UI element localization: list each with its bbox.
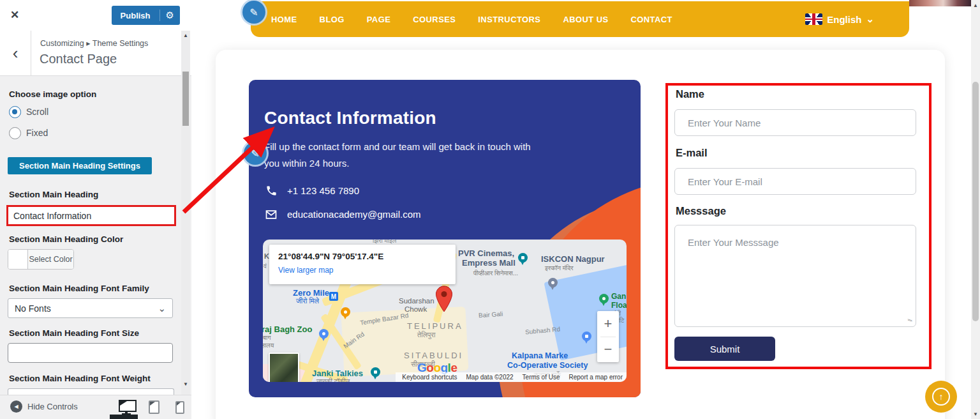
destination-pin-icon[interactable] [435, 286, 453, 312]
contact-phone: +1 123 456 7890 [287, 185, 359, 196]
metro-station-icon[interactable]: M [329, 292, 338, 301]
customizer-topbar: ✕ Publish ⚙ [0, 0, 191, 31]
map-label-partial: झिरी माइल [373, 240, 396, 245]
font-family-value: No Fonts [15, 303, 51, 314]
customizer-sidebar: ✕ Publish ⚙ ‹ Customizing ▸ Theme Settin… [0, 0, 191, 419]
nav-item-page[interactable]: PAGE [367, 15, 390, 24]
radio-fixed-label[interactable]: Fixed [26, 128, 48, 138]
chevron-down-icon: ⌄ [866, 13, 874, 25]
font-family-select[interactable]: No Fonts ⌄ [8, 298, 173, 318]
mobile-preview-icon[interactable] [175, 401, 184, 414]
zoom-out-button[interactable]: − [597, 337, 619, 363]
collapse-button[interactable]: ◀ [10, 400, 22, 413]
site-navbar: HOME BLOG PAGE COURSES INSTRUCTORS ABOUT… [251, 1, 909, 37]
nav-item-courses[interactable]: COURSES [413, 15, 456, 24]
map-label-partial: वं [264, 263, 267, 270]
gear-icon[interactable]: ⚙ [160, 10, 180, 21]
collapse-icon: ◀ [14, 404, 18, 409]
report-error-link[interactable]: Report a map error [569, 374, 623, 381]
park-marker-icon[interactable] [599, 294, 609, 303]
back-icon: ‹ [13, 43, 19, 63]
sidebar-scroll-up-icon[interactable]: ▲ [183, 33, 188, 38]
google-map[interactable]: K वं झिरी माइल 21°08'44.9"N 79°05'17.4"E… [263, 240, 627, 382]
photo-fragment [909, 0, 971, 6]
radio-scroll-label[interactable]: Scroll [26, 107, 48, 117]
scroll-to-top-button[interactable]: ↑ [925, 381, 957, 413]
map-label-telipura-hindi: तेलिपुरा [417, 331, 435, 339]
cinema-marker-icon[interactable] [518, 253, 528, 263]
submit-button[interactable]: Submit [674, 337, 775, 361]
font-size-input[interactable] [8, 343, 173, 363]
satellite-view-toggle[interactable] [269, 353, 299, 382]
heading-color-label: Section Main Heading Color [9, 234, 123, 244]
sidebar-footer: ◀ Hide Controls [0, 395, 191, 419]
publish-button[interactable]: Publish ⚙ [112, 6, 180, 25]
edit-nav-pencil-icon[interactable]: ✎ [242, 1, 265, 24]
map-info-card: 21°08'44.9"N 79°05'17.4"E View larger ma… [269, 245, 456, 284]
language-label: English [827, 14, 861, 25]
resize-handle-icon[interactable]: ⫽ [906, 319, 913, 321]
name-label: Name [676, 88, 704, 100]
email-input[interactable] [674, 168, 916, 195]
color-control: Select Color [8, 249, 74, 270]
keyboard-shortcuts-link[interactable]: Keyboard shortcuts [402, 374, 457, 381]
close-icon[interactable]: ✕ [10, 8, 19, 22]
page-scrollbar-thumb[interactable] [972, 82, 979, 321]
temple-marker-icon[interactable] [548, 278, 558, 287]
shop-marker-icon[interactable] [319, 329, 329, 339]
page-scroll-up-icon[interactable]: ▲ [973, 3, 978, 8]
terms-link[interactable]: Terms of Use [523, 374, 560, 381]
breadcrumb: Customizing ▸ Theme Settings [40, 38, 148, 48]
uk-flag-icon [805, 13, 822, 25]
map-label-zoo: raj Bagh Zoo [263, 324, 312, 334]
message-label: Messsage [676, 205, 726, 217]
panel-header: ‹ Customizing ▸ Theme Settings Contact P… [0, 31, 191, 76]
cafe-marker-icon[interactable] [341, 307, 350, 317]
phone-icon [265, 185, 278, 197]
nav-item-contact[interactable]: CONTACT [631, 15, 672, 24]
color-swatch[interactable] [8, 250, 28, 269]
customizer-screen: ✕ Publish ⚙ ‹ Customizing ▸ Theme Settin… [0, 0, 980, 419]
back-button[interactable]: ‹ [0, 31, 31, 75]
map-data-label: Map data ©2022 [466, 374, 514, 381]
map-label-partial: K [264, 252, 269, 260]
message-textarea[interactable] [674, 225, 916, 327]
market-marker-icon[interactable] [582, 331, 591, 341]
email-icon [265, 208, 278, 221]
contact-heading: Contact Information [264, 108, 436, 128]
edit-section-pencil-icon[interactable]: ✎ [244, 142, 267, 165]
map-attribution: Keyboard shortcuts Map data ©2022 Terms … [396, 372, 627, 382]
view-larger-map-link[interactable]: View larger map [278, 266, 333, 275]
desktop-preview-icon[interactable] [119, 400, 137, 412]
theater-marker-icon[interactable] [371, 367, 380, 377]
language-switcher[interactable]: English ⌄ [805, 1, 874, 37]
hide-controls-label[interactable]: Hide Controls [27, 402, 78, 411]
nav-item-instructors[interactable]: INSTRUCTORS [478, 15, 540, 24]
section-heading-input[interactable] [8, 207, 174, 224]
sidebar-scroll-down-icon[interactable]: ▼ [183, 381, 188, 387]
select-color-button[interactable]: Select Color [28, 250, 73, 269]
nav-item-about-us[interactable]: ABOUT US [563, 15, 608, 24]
page-scroll-down-icon[interactable]: ▼ [973, 411, 978, 417]
nav-item-blog[interactable]: BLOG [320, 15, 345, 24]
zoom-in-button[interactable]: + [597, 311, 619, 337]
nav-menu: HOME BLOG PAGE COURSES INSTRUCTORS ABOUT… [271, 1, 672, 37]
publish-label[interactable]: Publish [112, 11, 160, 20]
sidebar-scrollbar-thumb[interactable] [182, 72, 189, 126]
tablet-preview-icon[interactable] [149, 400, 160, 414]
map-label-gandhi: Gan [611, 292, 626, 301]
map-coordinates: 21°08'44.9"N 79°05'17.4"E [278, 252, 383, 261]
map-label-iskcon-hindi: इस्कॉन मंदिर [545, 264, 573, 272]
map-label-zoo-hindi: बाग [263, 334, 271, 342]
radio-scroll[interactable] [9, 106, 21, 118]
section-settings-button[interactable]: Section Main Heading Settings [8, 157, 152, 174]
map-zoom-control: + − [597, 311, 619, 362]
radio-fixed[interactable] [9, 127, 21, 139]
name-input[interactable] [674, 109, 916, 136]
map-label-sitabuldi: SITABULDI [404, 351, 463, 360]
page-title: Contact Page [40, 52, 117, 66]
map-label-zero-mile-hindi: जीरो मिले [296, 297, 319, 305]
active-device-indicator [110, 415, 138, 419]
nav-item-home[interactable]: HOME [271, 15, 297, 24]
map-label-gandhi: Floa [611, 301, 627, 310]
